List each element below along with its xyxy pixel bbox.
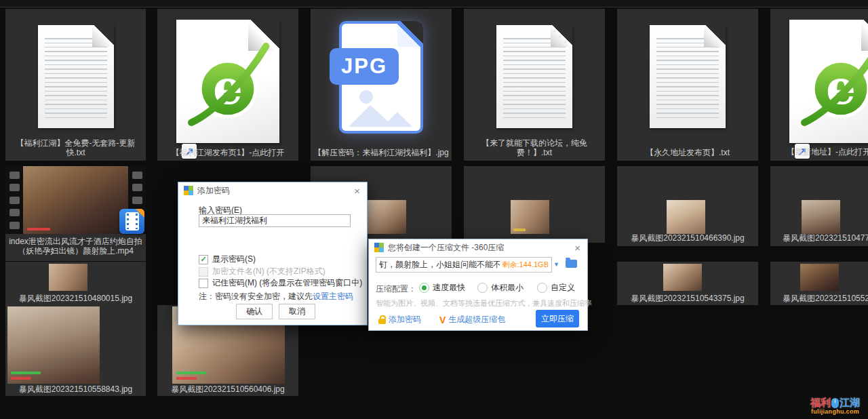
file-label: 暴风截图202321510466390.jpg: [620, 233, 755, 243]
add-password-dialog: 添加密码 × 输入密码(E) ✓ 显示密码(S) 加密文件名(N) (不支持ZI…: [178, 182, 368, 325]
archive-name-input[interactable]: 钉，颜射脸上，小姐姐问能不能不拍脸 - 副本.zip 剩余:144.1GB: [376, 257, 552, 273]
archive-filename: 钉，颜射脸上，小姐姐问能不能不拍脸 - 副本.zip: [379, 259, 500, 271]
file-label: index泄密流出风流才子酒店约炮自拍（妖艳孕妇出镜）颜射脸上.mp4: [8, 237, 143, 256]
dialog-titlebar[interactable]: 添加密码 ×: [178, 182, 367, 199]
file-tile-browser-shortcut-1[interactable]: e ↗ 【福利江湖发布页1】-点此打开: [157, 9, 298, 161]
radio-unselected-icon: [477, 283, 488, 293]
radio-fastest[interactable]: 速度最快: [419, 282, 465, 294]
dialog-title: 您将创建一个压缩文件 -360压缩: [388, 242, 569, 254]
create-archive-dialog: 您将创建一个压缩文件 -360压缩 × 钉，颜射脸上，小姐姐问能不能不拍脸 - …: [368, 239, 588, 331]
filmstrip-icon: [5, 166, 146, 234]
video-thumbnail: [23, 166, 128, 234]
file-label: 【解压密码：来福利江湖找福利】.jpg: [313, 148, 449, 157]
file-label: 【福利江湖】全免费-无套路-更新快.txt: [8, 138, 143, 157]
password-input[interactable]: [199, 214, 351, 227]
remember-password-checkbox[interactable]: 记住密码(M) (将会显示在管理密码窗口中): [199, 277, 362, 289]
file-label: 暴风截图202321510558843.jpg: [8, 384, 143, 394]
image-placeholder-icon: [344, 89, 415, 128]
add-password-link[interactable]: 添加密码: [378, 314, 421, 325]
file-tile-photo-543375[interactable]: 暴风截图202321510543375.jpg: [617, 262, 758, 305]
chevron-down-icon[interactable]: ▼: [553, 261, 559, 268]
dialog-app-icon: [184, 186, 193, 195]
file-tile-txt-3[interactable]: 【永久地址发布页】.txt: [617, 9, 758, 161]
dialog-titlebar[interactable]: 您将创建一个压缩文件 -360压缩 ×: [369, 239, 587, 256]
photo-thumbnail: [7, 306, 100, 384]
photo-thumbnail: [663, 264, 702, 291]
file-label: 暴风截图202321510560406.jpg: [160, 384, 296, 394]
media-player-badge-icon: [119, 209, 144, 234]
file-tile-video[interactable]: index泄密流出风流才子酒店约炮自拍（妖艳孕妇出镜）颜射脸上.mp4: [5, 166, 146, 261]
file-tile-photo-466390[interactable]: 暴风截图202321510466390.jpg: [617, 166, 758, 246]
file-label: 暴风截图202321510480015.jpg: [8, 294, 143, 303]
radio-smallest[interactable]: 体积最小: [477, 282, 524, 294]
super-zip-link[interactable]: V 生成超级压缩包: [439, 314, 505, 325]
file-tile-browser-shortcut-2[interactable]: e ↗ 【最新地址】-点此打开: [770, 9, 868, 161]
file-tile-photo-558843[interactable]: 暴风截图202321510558843.jpg: [5, 305, 146, 396]
photo-thumbnail: [802, 200, 840, 234]
file-label: 暴风截图202321510552: [783, 294, 868, 303]
checkbox-disabled-icon: [199, 267, 208, 277]
show-password-checkbox[interactable]: ✓ 显示密码(S): [199, 254, 256, 265]
jpg-badge: JPG: [330, 48, 399, 85]
file-label: 【福利江湖发布页1】-点此打开: [160, 148, 296, 157]
file-label: 【永久地址发布页】.txt: [620, 148, 755, 157]
file-tile-photo-552[interactable]: 暴风截图202321510552: [770, 262, 868, 305]
mouse-icon: [831, 398, 839, 408]
photo-thumbnail: [49, 264, 87, 291]
photo-thumbnail: [511, 200, 549, 234]
checkbox-checked-icon: ✓: [199, 255, 208, 264]
file-tile-photo-477[interactable]: 暴风截图202321510477: [770, 166, 868, 246]
jpg-file-icon: JPG: [339, 21, 423, 134]
set-master-password-link[interactable]: 设置主密码: [313, 292, 353, 301]
file-tile-txt-2[interactable]: 【来了就能下载的论坛，纯免费！】.txt: [464, 9, 605, 161]
file-label: 暴风截图202321510543375.jpg: [620, 294, 755, 303]
site-watermark: 福利江湖 fulijianghu.com: [810, 397, 860, 415]
v-badge-icon: V: [439, 315, 446, 325]
browser-file-icon: e ↗: [176, 20, 279, 143]
text-file-icon: [496, 25, 572, 128]
brand-right: 江湖: [840, 397, 860, 408]
compress-hint: 智能为图片、视频、文档等挑选最优压缩方式，兼具速度和压缩率: [376, 298, 592, 308]
encrypt-filename-checkbox: 加密文件名(N) (不支持ZIP格式): [199, 266, 326, 277]
brand-domain: fulijianghu.com: [810, 408, 860, 415]
file-manager-window: 【福利江湖】全免费-无套路-更新快.txt e ↗ 【福利江湖发布页1】-点此打…: [0, 0, 868, 419]
disk-space-left: 剩余:144.1GB: [502, 260, 549, 270]
lock-icon: [378, 319, 386, 324]
security-note: 注：密码没有安全加密，建议先设置主密码: [199, 291, 353, 302]
green-e-browser-icon: e: [797, 43, 868, 129]
cancel-button[interactable]: 取消: [279, 304, 315, 319]
file-tile-txt-1[interactable]: 【福利江湖】全免费-无套路-更新快.txt: [5, 9, 146, 161]
browse-folder-icon[interactable]: [566, 260, 577, 268]
text-file-icon: [650, 25, 726, 128]
compress-now-button[interactable]: 立即压缩: [536, 310, 579, 327]
green-e-browser-icon: e: [184, 43, 271, 129]
text-file-icon: [38, 25, 114, 128]
compress-config-label: 压缩配置：: [376, 283, 416, 295]
brand-left: 福利: [810, 397, 831, 408]
dialog-app-icon: [374, 243, 384, 252]
photo-thumbnail: [667, 200, 705, 234]
checkbox-unchecked-icon: [199, 279, 208, 288]
file-tile-jpg-icon[interactable]: JPG 【解压密码：来福利江湖找福利】.jpg: [311, 9, 452, 161]
radio-unselected-icon: [537, 283, 547, 293]
photo-thumbnail: [800, 264, 839, 291]
close-icon[interactable]: ×: [573, 243, 582, 253]
file-label: 【来了就能下载的论坛，纯免费！】.txt: [467, 138, 602, 157]
file-tile-photo-480015[interactable]: 暴风截图202321510480015.jpg: [5, 262, 146, 305]
confirm-button[interactable]: 确认: [236, 304, 273, 319]
radio-custom[interactable]: 自定义: [537, 282, 575, 294]
photo-thumbnail: [368, 200, 406, 234]
browser-file-icon: e ↗: [789, 20, 868, 143]
file-label: 暴风截图202321510477: [783, 233, 868, 243]
file-tile-photo-hidden-2[interactable]: [464, 166, 605, 243]
radio-selected-icon: [419, 283, 429, 293]
top-strip: [0, 0, 868, 7]
dialog-title: 添加密码: [197, 185, 349, 197]
close-icon[interactable]: ×: [353, 186, 361, 196]
file-label: 【最新地址】-点此打开: [787, 147, 868, 157]
